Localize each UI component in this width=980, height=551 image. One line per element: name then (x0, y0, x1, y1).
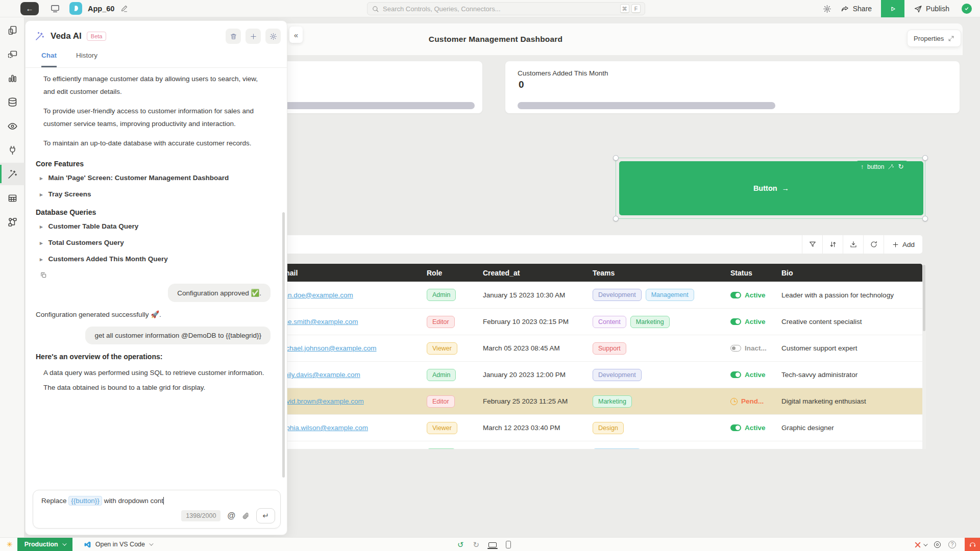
undo-button[interactable]: ↺ (457, 540, 464, 549)
share-button[interactable]: Share (841, 5, 872, 13)
selection-handle-sw[interactable] (613, 216, 619, 221)
rename-pencil-icon[interactable] (120, 5, 128, 12)
open-in-vscode-button[interactable]: Open in VS Code (84, 541, 152, 548)
refresh-icon[interactable]: ↻ (898, 163, 903, 170)
status-toggle-icon[interactable] (730, 345, 741, 352)
settings-gear-icon[interactable] (823, 5, 831, 13)
bio-cell: Graphic designer (773, 424, 922, 432)
desktop-preview-icon[interactable] (50, 4, 60, 14)
search-input[interactable] (383, 5, 618, 13)
email-link[interactable]: john.doe@example.com (279, 291, 353, 299)
collapsible-item[interactable]: Main 'Page' Screen: Customer Management … (40, 174, 287, 182)
help-icon[interactable]: ? (948, 541, 956, 548)
global-search[interactable]: ⌘ F (367, 2, 645, 15)
download-button[interactable] (843, 235, 863, 254)
search-icon (372, 5, 379, 13)
status-cell[interactable]: Active (722, 371, 773, 379)
status-toggle-icon[interactable] (730, 371, 741, 378)
send-button[interactable]: ↵ (256, 508, 275, 523)
table-row[interactable]: sophia.wilson@example.com Viewer March 1… (271, 414, 922, 441)
email-link[interactable]: sophia.wilson@example.com (279, 424, 368, 432)
selection-handle-se[interactable] (922, 216, 928, 221)
collapsible-item[interactable]: Tray Screens (40, 190, 287, 198)
mobile-view-toggle[interactable] (506, 541, 511, 548)
desktop-view-toggle[interactable] (488, 542, 497, 547)
back-button[interactable]: ← (20, 2, 39, 15)
sidebar-item-automations[interactable] (0, 211, 24, 233)
veda-settings-button[interactable] (265, 29, 281, 44)
table-scrollbar[interactable] (922, 264, 926, 449)
sort-button[interactable] (822, 235, 843, 254)
role-badge: Admin (427, 448, 456, 449)
plus-icon (892, 241, 899, 248)
expand-arrow-icon (40, 255, 48, 263)
email-link[interactable]: jane.smith@example.com (279, 318, 358, 325)
status-toggle-icon[interactable] (730, 424, 741, 431)
sidebar-item-connectors[interactable] (0, 139, 24, 161)
status-cell[interactable]: Inact... (722, 344, 773, 352)
chat-scrollbar[interactable] (282, 212, 285, 478)
widget-tag[interactable]: ↑ button ↻ (856, 161, 908, 172)
button-token[interactable]: {{button}} (68, 496, 102, 506)
refresh-table-button[interactable] (863, 235, 884, 254)
stat-card-added-month[interactable]: Customers Added This Month 0 (505, 61, 960, 113)
environment-selector[interactable]: Production (17, 538, 72, 551)
status-toggle-icon[interactable] (730, 318, 741, 325)
role-badge: Viewer (427, 422, 457, 434)
selection-handle-nw[interactable] (613, 155, 619, 161)
sidebar-item-tables[interactable] (0, 187, 24, 209)
preview-play-button[interactable] (881, 0, 904, 17)
col-created-at: Created_at (475, 269, 584, 277)
core-features-heading: Core Features (36, 160, 287, 168)
table-row[interactable]: Admin Management (271, 441, 922, 449)
stat-card-total[interactable] (265, 61, 482, 113)
sort-arrows-icon (829, 240, 837, 248)
inspect-icon[interactable] (934, 541, 941, 548)
arrow-up-icon: ↑ (861, 163, 864, 170)
collapsible-item[interactable]: Total Customers Query (40, 239, 287, 246)
veda-panel-header: Veda AI Beta (26, 21, 287, 52)
team-badge: Management (646, 289, 694, 301)
sidebar-item-veda-ai[interactable] (0, 163, 24, 185)
table-row[interactable]: emily.davis@example.com Admin January 20… (271, 361, 922, 388)
table-row[interactable]: john.doe@example.com Admin January 15 20… (271, 282, 922, 308)
devices-icon (7, 25, 18, 36)
sidebar-item-visibility[interactable] (0, 115, 24, 137)
sidebar-item-charts[interactable] (0, 67, 24, 89)
mention-icon[interactable]: @ (227, 511, 235, 520)
status-cell[interactable]: Active (722, 291, 773, 299)
publish-button[interactable]: Publish (914, 5, 949, 13)
sidebar-item-database[interactable] (0, 91, 24, 113)
new-chat-button[interactable] (246, 29, 261, 44)
redo-button[interactable]: ↻ (473, 540, 480, 549)
status-cell[interactable]: Pend... (722, 397, 773, 405)
tab-chat[interactable]: Chat (41, 52, 57, 67)
team-badge: Marketing (593, 395, 632, 408)
copy-icon[interactable] (40, 271, 287, 279)
table-row[interactable]: jane.smith@example.com Editor February 1… (271, 308, 922, 335)
table-row[interactable]: david.brown@example.com Editor February … (271, 388, 922, 414)
properties-button[interactable]: Properties (907, 30, 961, 47)
sidebar-item-devices[interactable] (0, 19, 24, 41)
table-row[interactable]: michael.johnson@example.com Viewer March… (271, 335, 922, 361)
support-chat-button[interactable] (965, 538, 980, 551)
status-toggle-icon[interactable] (730, 292, 741, 298)
email-link[interactable]: emily.davis@example.com (279, 371, 360, 379)
status-cell[interactable]: Active (722, 318, 773, 325)
tab-history[interactable]: History (76, 52, 97, 67)
sidebar-item-screens[interactable] (0, 43, 24, 65)
email-link[interactable]: david.brown@example.com (279, 397, 364, 405)
filter-button[interactable] (802, 235, 822, 254)
attachment-icon[interactable] (242, 512, 250, 520)
status-cell[interactable]: Active (722, 424, 773, 432)
email-link[interactable]: michael.johnson@example.com (279, 344, 377, 352)
overview-item: The data obtained is bound to a table gr… (43, 382, 268, 394)
prompt-input[interactable]: Replace {{button}} with dropdown cont 13… (33, 490, 281, 529)
debug-close-icon[interactable] (914, 541, 921, 548)
collapsible-item[interactable]: Customer Table Data Query (40, 222, 287, 230)
collapsible-item[interactable]: Customers Added This Month Query (40, 255, 287, 263)
selection-handle-ne[interactable] (922, 155, 928, 161)
clear-chat-button[interactable] (226, 29, 241, 44)
add-row-button[interactable]: Add (884, 235, 922, 254)
collapse-panel-button[interactable]: « (289, 27, 303, 43)
